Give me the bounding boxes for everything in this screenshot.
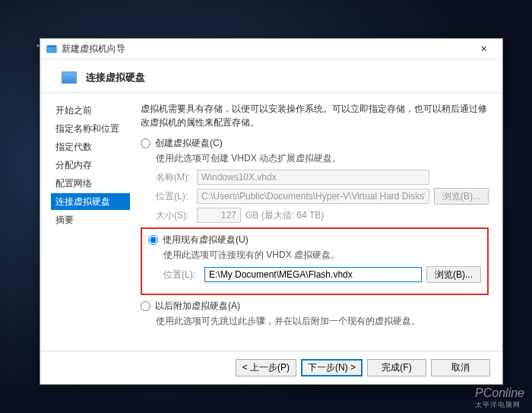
existing-location-label: 位置(L): [163,268,200,281]
intro-text: 虚拟机需要具有存储，以便可以安装操作系统。可以立即指定存储，也可以稍后通过修改虚… [141,102,489,129]
step-generation[interactable]: 指定代数 [51,138,130,155]
prev-button[interactable]: < 上一步(P) [236,359,296,376]
create-location-input [197,189,429,204]
create-location-label: 位置(L): [156,190,192,203]
wizard-footer: < 上一步(P) 下一步(N) > 完成(F) 取消 [40,351,502,384]
close-icon: ✕ [480,44,487,54]
step-connect-vhd[interactable]: 连接虚拟硬盘 [51,193,130,210]
radio-create-label: 创建虚拟硬盘(C) [155,137,223,150]
wizard-header: 连接虚拟硬盘 [40,60,502,93]
svg-rect-1 [47,46,56,47]
later-desc: 使用此选项可先跳过此步骤，并在以后附加一个现有的虚拟硬盘。 [156,315,489,328]
radio-existing-vhd[interactable] [148,235,158,245]
option-existing-group: 使用现有虚拟硬盘(U) 使用此选项可连接现有的 VHDX 虚拟硬盘。 位置(L)… [148,234,481,283]
create-desc: 使用此选项可创建 VHDX 动态扩展虚拟硬盘。 [156,152,489,165]
next-button[interactable]: 下一步(N) > [301,359,363,376]
window-title: 新建虚拟机向导 [62,43,470,56]
option-create-group: 创建虚拟硬盘(C) 使用此选项可创建 VHDX 动态扩展虚拟硬盘。 名称(M):… [141,137,489,223]
wizard-header-title: 连接虚拟硬盘 [86,71,145,84]
create-name-label: 名称(M): [156,171,192,184]
titlebar: 新建虚拟机向导 ✕ [40,39,502,60]
wizard-dialog: 新建虚拟机向导 ✕ 连接虚拟硬盘 开始之前 指定名称和位置 指定代数 分配内存 … [40,38,503,385]
cancel-button[interactable]: 取消 [431,359,490,376]
wizard-header-icon [62,71,77,84]
existing-location-input[interactable] [204,267,422,282]
watermark: PConline 太平洋电脑网 [475,386,524,410]
create-size-label: 大小(S): [156,209,192,222]
watermark-sub: 太平洋电脑网 [475,400,524,410]
create-name-input [197,170,429,185]
step-memory[interactable]: 分配内存 [51,157,130,173]
wizard-body: 开始之前 指定名称和位置 指定代数 分配内存 配置网络 连接虚拟硬盘 摘要 虚拟… [40,93,502,351]
option-later-group: 以后附加虚拟硬盘(A) 使用此选项可先跳过此步骤，并在以后附加一个现有的虚拟硬盘… [141,300,489,328]
close-button[interactable]: ✕ [470,41,496,58]
radio-attach-later[interactable] [141,301,150,311]
step-name-location[interactable]: 指定名称和位置 [51,120,130,137]
existing-desc: 使用此选项可连接现有的 VHDX 虚拟硬盘。 [163,249,481,262]
radio-existing-label: 使用现有虚拟硬盘(U) [163,234,249,246]
step-network[interactable]: 配置网络 [51,175,130,192]
create-size-input [197,208,241,223]
existing-browse-button[interactable]: 浏览(B)... [426,266,481,283]
watermark-brand: PConline [475,386,524,399]
create-form: 名称(M): 位置(L): 浏览(B)... 大小(S): GB (最大值: 6… [156,170,489,223]
create-browse-button: 浏览(B)... [434,188,489,205]
step-summary[interactable]: 摘要 [51,211,130,228]
option-existing-highlight: 使用现有虚拟硬盘(U) 使用此选项可连接现有的 VHDX 虚拟硬盘。 位置(L)… [141,227,489,295]
radio-create-vhd[interactable] [141,138,150,148]
step-before-begin[interactable]: 开始之前 [51,102,130,119]
finish-button[interactable]: 完成(F) [367,359,426,376]
existing-form: 位置(L): 浏览(B)... [163,266,481,283]
wizard-main: 虚拟机需要具有存储，以便可以安装操作系统。可以立即指定存储，也可以稍后通过修改虚… [130,93,502,351]
wizard-steps-sidebar: 开始之前 指定名称和位置 指定代数 分配内存 配置网络 连接虚拟硬盘 摘要 [40,93,130,351]
create-size-unit: GB (最大值: 64 TB) [245,209,324,222]
radio-later-label: 以后附加虚拟硬盘(A) [155,300,240,313]
app-icon [46,44,57,55]
